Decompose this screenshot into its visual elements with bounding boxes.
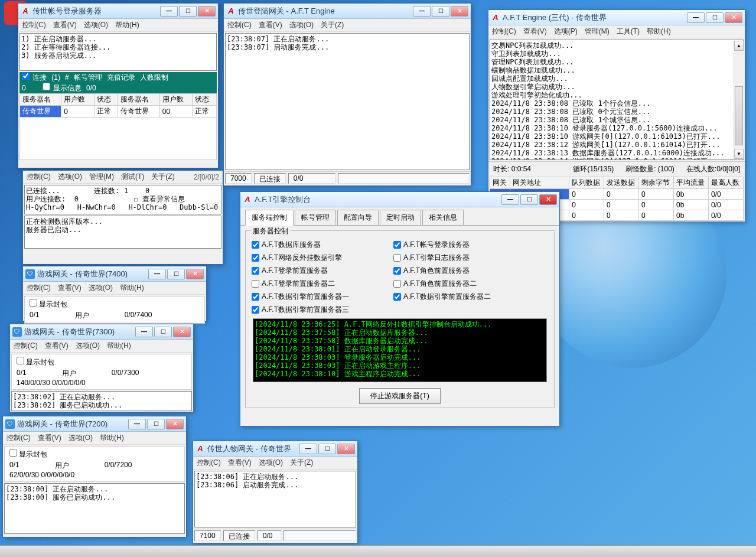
gateway-7400-window: 🛡游戏网关 - 传奇世界(7400) 控制(C)查看(V)选项(O)帮助(H) … xyxy=(22,266,207,321)
col-account[interactable]: 帐号管理 xyxy=(74,73,102,83)
maximize-button[interactable] xyxy=(154,327,172,337)
close-button[interactable] xyxy=(451,6,468,17)
window-title: A.F.T引擎控制台 xyxy=(255,194,501,205)
close-button[interactable] xyxy=(173,327,191,337)
close-button[interactable] xyxy=(198,6,216,17)
server-checkbox[interactable]: A.F.T网络反外挂数据引擎 xyxy=(252,253,370,263)
tab-server-control[interactable]: 服务端控制 xyxy=(245,210,294,226)
status-bar: 7000 已连接 0/0 xyxy=(224,171,471,184)
server-checkbox[interactable]: A.F.T引擎日志服务器 xyxy=(393,253,511,263)
server-checkbox[interactable]: A.F.T角色前置服务器 xyxy=(393,266,511,276)
close-button[interactable] xyxy=(166,419,184,429)
server-checkbox[interactable]: A.F.T角色前置服务器二 xyxy=(393,279,511,289)
server-checkbox[interactable]: A.F.T登录前置服务器 xyxy=(252,266,370,276)
console-window: AA.F.T引擎控制台 服务端控制 帐号管理 配置向导 定时启动 相关信息 服务… xyxy=(240,191,560,426)
tab-config[interactable]: 配置向导 xyxy=(337,210,379,225)
minimize-button[interactable] xyxy=(687,12,705,23)
shield-icon: 🛡 xyxy=(25,269,35,279)
tab-strip: 服务端控制 帐号管理 配置向导 定时启动 相关信息 xyxy=(240,207,559,226)
minimize-button[interactable] xyxy=(135,327,153,337)
app-icon: A xyxy=(226,6,236,16)
connect-checkbox[interactable]: 连接 xyxy=(22,72,47,83)
log-area: [23:38:00] 正在启动服务... [23:38:00] 服务已启动成功.… xyxy=(4,483,185,534)
window-title: 游戏网关 - 传奇世界(7400) xyxy=(37,269,148,279)
show-packet-checkbox[interactable]: 显示封包 xyxy=(17,358,54,366)
close-button[interactable] xyxy=(186,269,204,279)
menubar: 控制(C) 选项(O) 管理(M) 测试(T) 关于(Z) 2/[0/0]/2 xyxy=(23,171,223,184)
menu-help[interactable]: 帮助(H) xyxy=(115,20,139,30)
minimize-button[interactable] xyxy=(501,194,519,205)
close-button[interactable] xyxy=(539,194,557,205)
server-checkbox[interactable]: A.F.T数据引擎前置服务器二 xyxy=(393,292,511,302)
scroll-thumb[interactable] xyxy=(735,86,743,145)
maximize-button[interactable] xyxy=(318,444,336,454)
col-recharge[interactable]: 充值记录 xyxy=(107,73,135,83)
maximize-button[interactable] xyxy=(167,269,185,279)
engine-window: AA.F.T Engine (三代) - 传奇世界 控制(C)查看(V)选项(P… xyxy=(488,9,745,222)
server-checkbox[interactable]: A.F.T登录前置服务器二 xyxy=(252,279,370,289)
app-icon: A xyxy=(195,444,205,454)
app-icon: A xyxy=(491,13,500,22)
server-checkbox[interactable]: A.F.T数据引擎前置服务器一 xyxy=(252,292,370,302)
maximize-button[interactable] xyxy=(706,12,724,23)
menu-about[interactable]: 关于(Z) xyxy=(151,172,174,182)
tab-timer[interactable]: 定时启动 xyxy=(380,210,421,225)
close-button[interactable] xyxy=(725,12,742,23)
show-packet-checkbox[interactable]: 显示封包 xyxy=(30,300,67,308)
maximize-button[interactable] xyxy=(432,6,449,17)
show-packet-checkbox[interactable]: 显示封包 xyxy=(9,450,47,458)
stats-area: 已连接... 连接数: 1 0 用户连接数: 0 ☐ 查看异常信息 H-QyCh… xyxy=(24,185,221,214)
db-window: 控制(C) 选项(O) 管理(M) 测试(T) 关于(Z) 2/[0/0]/2 … xyxy=(22,170,223,265)
minimize-button[interactable] xyxy=(148,269,166,279)
log-area: 交易NPC列表加载成功... 守卫列表加载成功... 管理NPC列表加载成功..… xyxy=(490,40,744,160)
table-row[interactable]: 传奇世界0正常传奇世界00正常 xyxy=(20,106,217,118)
maximize-button[interactable] xyxy=(179,6,197,17)
maximize-button[interactable] xyxy=(520,194,538,205)
window-title: 游戏网关 - 传奇世界(7200) xyxy=(17,419,128,429)
maximize-button[interactable] xyxy=(147,419,165,429)
menu-options[interactable]: 选项(O) xyxy=(84,20,108,30)
minimize-button[interactable] xyxy=(160,6,178,17)
minimize-button[interactable] xyxy=(413,6,431,17)
menu-view[interactable]: 查看(V) xyxy=(53,20,77,30)
app-icon: A xyxy=(243,195,252,204)
close-button[interactable] xyxy=(337,444,355,454)
menu-control[interactable]: 控制(C) xyxy=(27,172,51,182)
tab-account[interactable]: 帐号管理 xyxy=(295,210,336,225)
server-checkbox[interactable]: A.F.T数据引擎前置服务器三 xyxy=(252,305,370,315)
server-checkbox[interactable]: A.F.T数据库服务器 xyxy=(252,240,370,250)
menu-options[interactable]: 选项(O) xyxy=(58,172,82,182)
window-title: 游戏网关 - 传奇世界(7300) xyxy=(24,327,135,337)
window-title: 传世帐号登录服务器 xyxy=(32,6,160,17)
menu-manage[interactable]: 管理(M) xyxy=(89,172,114,182)
minimize-button[interactable] xyxy=(128,419,146,429)
shield-icon: 🛡 xyxy=(5,419,15,429)
tab-info[interactable]: 相关信息 xyxy=(422,210,464,225)
scroll-down-button[interactable]: ▼ xyxy=(734,149,744,159)
console-log: [2024/11/8 23:36:25] A.F.T网络反外挂数据引擎控制台启动… xyxy=(253,318,547,382)
server-control-group: 服务器控制 A.F.T数据库服务器A.F.T帐号登录服务器A.F.T网络反外挂数… xyxy=(245,230,555,408)
gateway-7200-window: 🛡游戏网关 - 传奇世界(7200) 控制(C)查看(V)选项(O)帮助(H) … xyxy=(2,416,187,538)
scroll-up-button[interactable]: ▲ xyxy=(734,41,744,51)
window-title: A.F.T Engine (三代) - 传奇世界 xyxy=(503,12,687,23)
gateway-7300-window: 🛡游戏网关 - 传奇世界(7300) 控制(C)查看(V)选项(O)帮助(H) … xyxy=(9,324,194,412)
menu-test[interactable]: 测试(T) xyxy=(121,172,144,182)
minimize-button[interactable] xyxy=(299,444,317,454)
stop-server-button[interactable]: 停止游戏服务器(T) xyxy=(359,388,440,404)
show-info-checkbox[interactable]: 显示信息 xyxy=(43,83,82,93)
person-gate-window: A传世人物网关 - 传奇世界 控制(C)查看(V)选项(O)关于(Z) [23:… xyxy=(193,441,358,543)
grid-empty xyxy=(19,118,217,160)
log-area: [23:38:02] 正在启动服务... [23:38:02] 服务已启动成功.… xyxy=(11,391,192,411)
login-server-window: A传世帐号登录服务器 控制(C) 查看(V) 选项(O) 帮助(H) 1) 正在… xyxy=(18,3,219,168)
scrollbar[interactable]: ▲ ▼ xyxy=(734,41,744,159)
col-limit[interactable]: 人数限制 xyxy=(140,73,168,83)
server-checkbox[interactable]: A.F.T帐号登录服务器 xyxy=(393,240,511,250)
taskbar[interactable] xyxy=(0,545,756,557)
window-title: 传世登陆网关 - A.F.T Engine xyxy=(238,6,413,17)
log-area: [23:38:07] 正在启动服务... [23:38:07] 启动服务完成..… xyxy=(225,33,470,170)
shield-icon: 🛡 xyxy=(12,327,22,337)
menu-control[interactable]: 控制(C) xyxy=(22,20,46,30)
log-area: [23:38:06] 正在启动服务... [23:38:06] 启动服务完成..… xyxy=(194,471,356,527)
teal-header: 连接 (1) # 帐号管理 充值记录 人数限制 xyxy=(19,72,217,83)
app-icon: A xyxy=(21,6,30,16)
